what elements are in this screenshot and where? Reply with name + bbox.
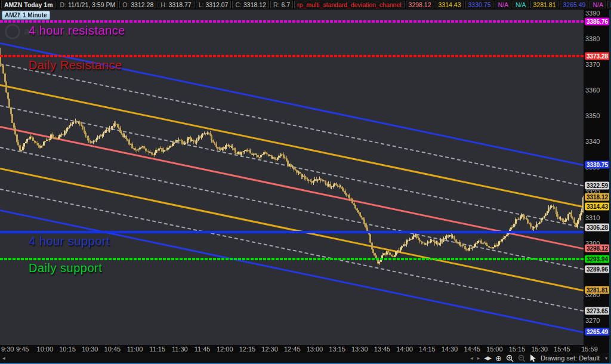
time-tick-11-15: 11:15 <box>149 346 165 353</box>
crosshair-icon[interactable]: ⊕ <box>495 354 502 362</box>
time-tick-10-15: 10:15 <box>59 346 76 353</box>
time-tick-13-30: 13:30 <box>351 346 368 353</box>
time-tick-13-00: 13:00 <box>307 346 323 353</box>
level-label-4-hour-resistance: 4 hour resistance <box>29 24 125 38</box>
time-tick-10-30: 10:30 <box>82 346 98 353</box>
time-tick-10-00: 10:00 <box>37 346 54 353</box>
price-bubble-3265.49: 3265.49 <box>585 328 610 336</box>
chart-plot-area[interactable]: amazon.com 4 hour resistanceDaily Resist… <box>0 10 584 345</box>
level-label-4-hour-support: 4 hour support <box>29 235 110 248</box>
study-value-5: 3281.81 <box>530 1 559 8</box>
study-value-6: 3265.49 <box>560 1 588 8</box>
scroll-left-icon[interactable]: ◂ <box>2 355 5 361</box>
study-value-3: N/A <box>495 1 511 8</box>
chart-data-bar: AMZN Today 1m D:11/1/21, 3:59 PMO:3312.2… <box>0 0 611 10</box>
time-tick-14-45: 14:45 <box>464 346 480 353</box>
level-line-4-hour-resistance[interactable] <box>0 20 584 23</box>
price-bubble-3281.81: 3281.81 <box>585 286 610 294</box>
price-tick-3370: 3370 <box>585 61 600 68</box>
study-value-2: 3330.75 <box>465 1 494 8</box>
field-l: L:3312.07 <box>196 1 232 8</box>
price-tick-3350: 3350 <box>585 112 600 119</box>
page-left-icon[interactable]: ◂ <box>470 355 473 361</box>
page-right-icon[interactable]: ▸ <box>477 355 480 361</box>
price-axis[interactable]: 3390338033703360335033403330332033103300… <box>584 10 611 345</box>
study-value-8: N/A <box>607 1 611 8</box>
level-line-daily-resistance[interactable] <box>0 55 584 57</box>
level-label-daily-resistance: Daily Resistance <box>29 58 122 72</box>
time-tick-9-45: 9:45 <box>16 346 29 353</box>
interval-button[interactable]: 1 Minute <box>20 11 50 20</box>
price-bubble-3373.28: 3373.28 <box>585 52 610 60</box>
price-bubble-3306.28: 3306.28 <box>585 224 610 232</box>
drawing-set-caret-icon[interactable]: ▾ <box>605 356 607 361</box>
time-tick-14-15: 14:15 <box>419 346 436 353</box>
time-tick-15-45: 15:45 <box>554 346 570 353</box>
price-bubble-3330.75: 3330.75 <box>585 161 610 169</box>
time-tick-15-30: 15:30 <box>531 346 548 353</box>
price-bubble-3322.59: 3322.59 <box>585 182 610 190</box>
price-bubble-3293.94: 3293.94 <box>585 255 610 263</box>
zoom-in-icon[interactable] <box>506 354 514 362</box>
trading-chart-window: AMZN Today 1m D:11/1/21, 3:59 PMO:3312.2… <box>0 0 611 364</box>
level-line-4-hour-support[interactable] <box>0 231 584 233</box>
drawing-set-selector[interactable]: Drawing set: Default <box>541 354 600 362</box>
time-tick-9-30: 9:30 <box>1 346 14 353</box>
time-tick-11-30: 11:30 <box>172 346 188 353</box>
time-tick-11-45: 11:45 <box>195 346 211 353</box>
time-axis[interactable]: 9:309:4510:0010:1510:3010:4511:0011:1511… <box>0 345 611 353</box>
time-tick-12-30: 12:30 <box>261 346 278 353</box>
time-tick-11-00: 11:00 <box>127 346 143 353</box>
field-h: H:3318.77 <box>158 1 194 8</box>
time-tick-10-45: 10:45 <box>104 346 121 353</box>
field-o: O:3312.28 <box>119 1 156 8</box>
bottom-toolbar: ◂ ◂ ▸ ◀▶ ⊕ <box>0 353 611 363</box>
study-value-7: N/A <box>590 1 606 8</box>
time-tick-13-45: 13:45 <box>374 346 391 353</box>
price-bubble-3314.43: 3314.43 <box>585 203 610 211</box>
study-value-0: 3298.12 <box>406 1 434 8</box>
price-bubble-3289.96: 3289.96 <box>585 266 610 273</box>
price-bubble-3386.76: 3386.76 <box>585 17 610 25</box>
time-tick-13-15: 13:15 <box>329 346 345 353</box>
price-tick-3380: 3380 <box>585 35 600 42</box>
symbol-period-label: AMZN Today 1m <box>1 1 55 8</box>
study-value-4: N/A <box>513 1 529 8</box>
field-c: C:3318.12 <box>232 1 269 8</box>
level-label-daily-support: Daily support <box>29 261 102 275</box>
study-value-1: 3314.43 <box>436 1 464 8</box>
time-tick-15-59: 15:59 <box>581 346 598 353</box>
price-bubble-3273.65: 3273.65 <box>585 307 610 315</box>
price-tick-3340: 3340 <box>585 138 600 145</box>
time-tick-12-45: 12:45 <box>284 346 301 353</box>
time-tick-14-30: 14:30 <box>442 346 458 353</box>
pan-icon[interactable]: ◀▶ <box>484 355 491 361</box>
time-tick-15-00: 15:00 <box>486 346 503 353</box>
price-tick-3360: 3360 <box>585 87 600 94</box>
field-d: D:11/1/21, 3:59 PM <box>57 1 118 8</box>
time-tick-12-15: 12:15 <box>239 346 256 353</box>
price-bubble-3318.12: 3318.12 <box>585 193 610 201</box>
price-tick-3270: 3270 <box>585 317 600 324</box>
field-r: R:6.7 <box>270 1 293 8</box>
level-line-daily-support[interactable] <box>0 258 584 260</box>
time-tick-14-00: 14:00 <box>396 346 413 353</box>
study-name: rp_multi_standard_deviation_channel <box>294 1 405 8</box>
cursor-icon[interactable] <box>530 354 536 362</box>
zoom-out-icon[interactable] <box>518 354 526 362</box>
time-tick-12-00: 12:00 <box>217 346 233 353</box>
price-tick-3390: 3390 <box>585 10 600 17</box>
time-tick-15-15: 15:15 <box>509 346 526 353</box>
price-tick-3310: 3310 <box>585 214 600 221</box>
price-bubble-3298.12: 3298.12 <box>585 245 610 252</box>
